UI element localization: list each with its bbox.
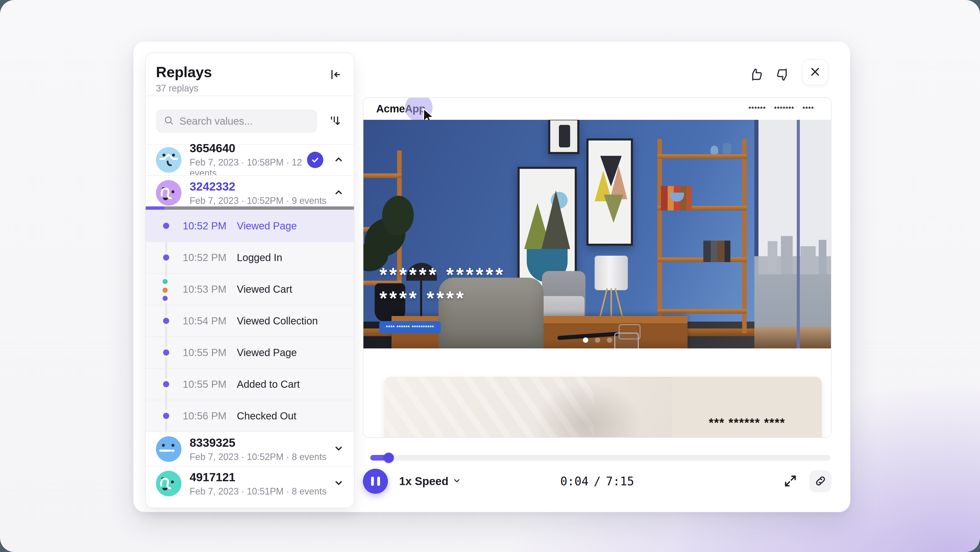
- hero-artwork-small: [548, 120, 579, 154]
- product-masked-label: *** ****** ****: [709, 416, 785, 430]
- event-label: Viewed Page: [237, 220, 297, 232]
- thumbs-up-button[interactable]: [748, 67, 764, 83]
- event-row[interactable]: 10:54 PM Viewed Collection: [146, 305, 354, 337]
- event-label: Viewed Cart: [237, 284, 292, 295]
- watched-check-badge: [307, 152, 323, 168]
- event-row[interactable]: 10:56 PM Checked Out: [146, 400, 354, 431]
- event-row[interactable]: 10:53 PM Viewed Cart: [146, 273, 354, 305]
- pause-button[interactable]: [363, 469, 388, 494]
- session-meta: Feb 7, 2023 · 10:51PM · 8 events: [189, 486, 334, 497]
- collapse-sidebar-button[interactable]: [326, 66, 344, 84]
- close-button[interactable]: [802, 59, 828, 85]
- event-time: 10:52 PM: [183, 252, 237, 263]
- event-time: 10:56 PM: [183, 410, 237, 422]
- chevron-up-icon[interactable]: [334, 187, 344, 198]
- session-id: 4917121: [189, 470, 334, 484]
- event-dot-teal: [161, 277, 170, 286]
- chevron-down-icon[interactable]: [334, 444, 344, 455]
- session-list: 3654640 Feb 7, 2023 · 10:58PM · 12 event…: [146, 144, 354, 507]
- nav-item-masked: *******: [774, 105, 794, 112]
- event-row[interactable]: 10:52 PM Logged In: [146, 241, 354, 273]
- avatar: [156, 436, 181, 462]
- chevron-up-icon[interactable]: [334, 154, 344, 166]
- player-controls: 1x Speed 0:04 / 7:15: [363, 468, 832, 495]
- avatar: [156, 471, 181, 496]
- thumbs-down-button[interactable]: [775, 67, 791, 83]
- carousel-dot-active: [583, 337, 588, 343]
- search-row: Search values...: [146, 96, 354, 144]
- event-dot: [161, 347, 172, 358]
- chevron-down-icon: [452, 476, 461, 486]
- event-dot-orange: [161, 286, 170, 295]
- session-row-3242332[interactable]: 3242332 Feb 7, 2023 · 10:52PM · 9 events: [146, 175, 354, 210]
- hero-floor-lamp: [595, 256, 628, 290]
- session-row-3654640[interactable]: 3654640 Feb 7, 2023 · 10:58PM · 12 event…: [146, 144, 354, 175]
- avatar: [156, 180, 181, 206]
- event-dot-purple: [161, 294, 170, 303]
- carousel-dots: [583, 337, 612, 343]
- replays-sidebar: Replays 37 replays Search values...: [145, 53, 355, 508]
- event-label: Viewed Page: [237, 347, 297, 358]
- carousel-dot: [607, 337, 612, 343]
- time-separator: /: [593, 474, 601, 488]
- event-label: Checked Out: [237, 410, 296, 422]
- scrubber-thumb[interactable]: [383, 453, 394, 463]
- session-meta: Feb 7, 2023 · 10:52PM · 8 events: [189, 451, 334, 462]
- pause-icon: [371, 477, 380, 486]
- event-dot: [161, 410, 172, 421]
- replayed-product-card: *** ****** ****: [384, 377, 822, 438]
- chevron-down-icon[interactable]: [334, 478, 344, 489]
- event-time: 10:54 PM: [183, 315, 237, 327]
- hero-artwork-geometric: [587, 139, 633, 246]
- event-dot: [161, 378, 172, 390]
- session-load-progress: [146, 206, 354, 210]
- page-background: Replays 37 replays Search values...: [0, 0, 980, 552]
- event-row[interactable]: 10:55 PM Viewed Page: [146, 337, 354, 368]
- page-title: Replays: [156, 63, 212, 80]
- hero-cta-label: **** ****** **********: [386, 324, 434, 330]
- replay-viewport: AcmeApp ****** ******* ****: [363, 97, 832, 438]
- hero-ghost-outline: [614, 333, 639, 348]
- fullscreen-button[interactable]: [782, 473, 799, 490]
- event-row[interactable]: 10:55 PM Added to Cart: [146, 368, 354, 400]
- session-row-4917121[interactable]: 4917121 Feb 7, 2023 · 10:51PM · 8 events: [146, 466, 354, 500]
- avatar: [156, 147, 181, 173]
- player-top-actions: [748, 59, 828, 85]
- event-time: 10:55 PM: [183, 347, 237, 358]
- hero-cta-button: **** ****** **********: [379, 321, 441, 333]
- total-duration: 7:15: [606, 474, 634, 488]
- collapse-panel-icon: [328, 68, 342, 82]
- search-placeholder: Search values...: [180, 115, 253, 127]
- sort-filter-button[interactable]: [326, 112, 344, 130]
- event-label: Added to Cart: [237, 378, 300, 390]
- event-label: Logged In: [237, 252, 282, 263]
- event-time: 10:53 PM: [183, 284, 237, 295]
- event-row[interactable]: 10:52 PM Viewed Page: [146, 210, 354, 241]
- search-icon: [164, 115, 174, 127]
- link-icon: [815, 475, 827, 488]
- event-dot: [161, 315, 172, 327]
- event-label: Viewed Collection: [237, 315, 318, 327]
- replayed-app-header: AcmeApp ****** ******* ****: [363, 98, 831, 120]
- current-time: 0:04: [560, 474, 589, 488]
- product-info-panel: *** ****** ****: [672, 377, 822, 438]
- speed-selector[interactable]: 1x Speed: [399, 475, 461, 488]
- thumbs-up-icon: [748, 67, 764, 83]
- timeline-scrubber[interactable]: [370, 455, 830, 461]
- session-row-8339325[interactable]: 8339325 Feb 7, 2023 · 10:52PM · 8 events: [146, 431, 354, 466]
- carousel-dot: [595, 337, 600, 343]
- copy-link-button[interactable]: [810, 470, 832, 492]
- time-display: 0:04 / 7:15: [560, 474, 634, 488]
- hero-masked-headline: ****** ****** **** ****: [380, 263, 505, 310]
- replay-modal: Replays 37 replays Search values...: [133, 41, 850, 512]
- nav-item-masked: ******: [749, 105, 766, 112]
- product-photo-sofa: [384, 377, 672, 438]
- session-meta: Feb 7, 2023 · 10:52PM · 9 events: [189, 195, 334, 206]
- session-id: 3654640: [189, 141, 307, 155]
- hero-headline-line1: ****** ******: [380, 263, 505, 286]
- sort-descending-icon: [328, 114, 342, 128]
- replay-count: 37 replays: [156, 83, 212, 94]
- search-input[interactable]: Search values...: [156, 109, 317, 133]
- hero-shelf-right: [657, 139, 747, 333]
- event-dot: [161, 220, 172, 231]
